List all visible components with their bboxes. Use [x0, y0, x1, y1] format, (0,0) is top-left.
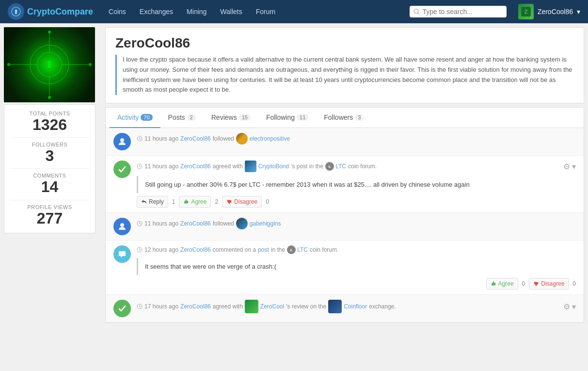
comments-value: 14 — [10, 178, 89, 195]
profile-overlay: ₿ — [4, 27, 95, 102]
agree-count: 0 — [522, 280, 525, 287]
settings-gear-icon-2[interactable]: ⚙ ▾ — [563, 302, 576, 311]
stats-card: TOTAL POINTS 1326 FOLLOWERS 3 COMMENTS 1… — [4, 104, 95, 233]
coinfloor-icon — [328, 300, 342, 313]
tab-posts[interactable]: Posts 2 — [160, 108, 204, 128]
actor-link[interactable]: ZeroCool86 — [180, 246, 211, 253]
svg-point-15 — [48, 31, 51, 33]
profile-views-label: PROFILE VIEWS — [10, 204, 89, 210]
agree-icon — [113, 161, 131, 178]
clock-icon — [137, 221, 143, 226]
total-points-value: 1326 — [10, 116, 89, 133]
svg-line-34 — [140, 306, 141, 307]
profile-image: ₿ — [4, 27, 95, 102]
profile-bio: I love the crypto space because it offer… — [115, 55, 574, 95]
dropdown-arrow-icon: ▾ — [577, 8, 580, 16]
sidebar: ₿ TOTAL POINTS 1326 FOLLOWERS 3 COMMENTS… — [0, 23, 99, 371]
page-container: ₿ TOTAL POINTS 1326 FOLLOWERS 3 COMMENTS… — [0, 23, 588, 371]
zerocool-avatar — [245, 300, 258, 313]
ltc-icon: Ł — [287, 245, 296, 254]
svg-point-16 — [48, 96, 51, 99]
svg-point-25 — [120, 223, 124, 227]
brand-icon: ₿ — [8, 3, 24, 20]
tab-activity[interactable]: Activity 70 — [110, 108, 160, 128]
tab-reviews[interactable]: Reviews 15 — [204, 108, 258, 128]
list-item: 11 hours ago ZeroCool86 followed gabehig… — [106, 213, 584, 241]
svg-point-14 — [89, 63, 92, 66]
reply-button[interactable]: Reply — [137, 196, 168, 208]
user-menu[interactable]: Z ZeroCool86 ▾ — [518, 4, 580, 19]
svg-line-24 — [140, 166, 141, 167]
tabs-container: Activity 70 Posts 2 Reviews 15 Following… — [105, 107, 584, 323]
settings-gear-icon[interactable]: ⚙ ▾ — [563, 162, 576, 171]
agree-icon — [113, 300, 131, 317]
cryptobond-link[interactable]: CryptoBond — [258, 163, 289, 170]
profile-views-value: 277 — [10, 210, 89, 227]
gabehiggins-link[interactable]: gabehiggins — [250, 220, 281, 227]
thumbsup-icon — [491, 281, 496, 287]
activity-body: 11 hours ago ZeroCool86 followed electro… — [137, 133, 576, 146]
user-avatar: Z — [518, 4, 534, 19]
tab-following[interactable]: Following 11 — [258, 108, 316, 128]
ltc-link[interactable]: LTC — [335, 163, 346, 170]
action-bar: Reply 1 Agree 2 Disagree — [137, 196, 576, 208]
ltc-link[interactable]: LTC — [297, 246, 308, 253]
search-input[interactable] — [422, 8, 502, 16]
agree-count: 2 — [215, 198, 218, 205]
activity-meta: 17 hours ago ZeroCool86 agreed with Zero… — [137, 300, 576, 313]
ltc-icon: Ł — [325, 162, 334, 171]
brand: ₿ CryptoCompare — [8, 3, 93, 20]
nav-coins[interactable]: Coins — [103, 5, 132, 18]
nav-exchanges[interactable]: Exchanges — [134, 5, 179, 18]
svg-text:₿: ₿ — [15, 9, 17, 15]
clock-icon — [137, 163, 143, 169]
activity-meta: 11 hours ago ZeroCool86 followed electro… — [137, 133, 576, 145]
activity-meta: 11 hours ago ZeroCool86 agreed with Cryp… — [137, 161, 576, 172]
agree-button[interactable]: Agree — [486, 278, 518, 290]
disagree-button[interactable]: Disagree — [529, 278, 569, 290]
actor-link[interactable]: ZeroCool86 — [180, 220, 211, 227]
list-item: 11 hours ago ZeroCool86 followed electro… — [106, 128, 584, 156]
svg-line-31 — [140, 250, 141, 251]
activity-body: 11 hours ago ZeroCool86 agreed with Cryp… — [137, 161, 576, 208]
reply-icon — [141, 199, 147, 205]
gabehiggins-avatar — [236, 218, 248, 229]
agree-button[interactable]: Agree — [179, 196, 211, 208]
actor-link[interactable]: ZeroCool86 — [180, 135, 211, 142]
activity-body: 12 hours ago ZeroCool86 commented on a p… — [137, 245, 576, 290]
follow-icon — [113, 133, 131, 150]
disagree-button[interactable]: Disagree — [222, 196, 262, 208]
activity-meta: 11 hours ago ZeroCool86 followed gabehig… — [137, 218, 576, 229]
profile-header: ZeroCool86 I love the crypto space becau… — [105, 27, 584, 103]
nav-forum[interactable]: Forum — [250, 5, 281, 18]
reply-count: 1 — [172, 198, 175, 205]
target-user-link[interactable]: electronpositive — [250, 135, 290, 142]
clock-icon — [137, 304, 143, 309]
actor-link[interactable]: ZeroCool86 — [180, 163, 211, 170]
post-link[interactable]: post — [258, 246, 269, 253]
nav-mining[interactable]: Mining — [181, 5, 212, 18]
clock-icon — [137, 136, 143, 142]
follow-icon — [113, 218, 131, 235]
svg-line-3 — [418, 13, 419, 15]
followers-value: 3 — [10, 147, 89, 164]
search-box — [410, 6, 507, 17]
thumbsup-icon — [183, 199, 189, 205]
tab-followers[interactable]: Followers 3 — [316, 108, 371, 128]
comment-icon — [113, 245, 131, 263]
main-content: ZeroCool86 I love the crypto space becau… — [99, 23, 588, 371]
search-icon — [413, 8, 420, 15]
nav-wallets[interactable]: Wallets — [214, 5, 248, 18]
zerocool-link[interactable]: ZeroCool — [260, 303, 284, 310]
thumbsdown-icon — [533, 281, 539, 287]
navbar: ₿ CryptoCompare Coins Exchanges Mining W… — [0, 0, 588, 23]
electronpositive-avatar — [236, 133, 248, 145]
activity-body: 17 hours ago ZeroCool86 agreed with Zero… — [137, 300, 576, 315]
coinfloor-link[interactable]: Coinfloor — [344, 303, 367, 310]
nav-links: Coins Exchanges Mining Wallets Forum — [103, 5, 281, 18]
list-item: 11 hours ago ZeroCool86 agreed with Cryp… — [106, 156, 584, 213]
tabs-nav: Activity 70 Posts 2 Reviews 15 Following… — [106, 108, 584, 128]
actor-link[interactable]: ZeroCool86 — [180, 303, 211, 310]
disagree-count: 0 — [572, 280, 576, 287]
quote-box: It seems that we were on the verge of a … — [137, 258, 576, 275]
